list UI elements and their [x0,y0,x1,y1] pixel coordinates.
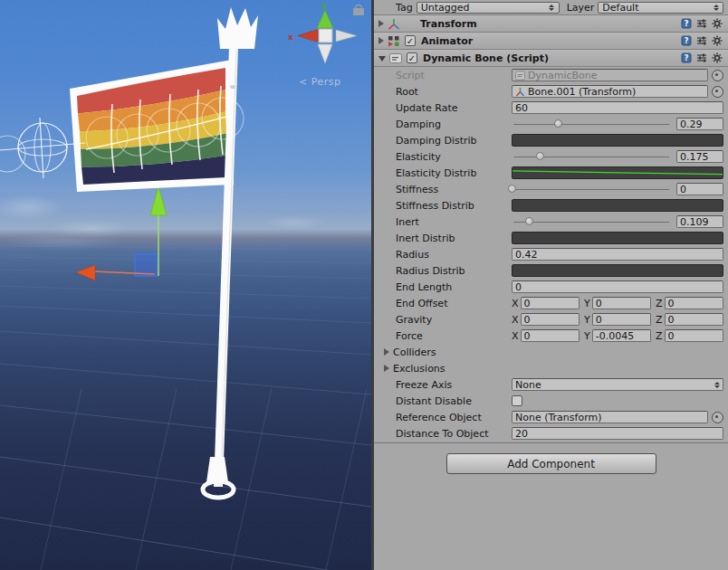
component-enabled-checkbox[interactable]: ✓ [405,35,416,46]
slider-track[interactable] [513,189,669,191]
gravity-z-input[interactable]: 0 [665,313,723,326]
prop-row-colliders[interactable]: Colliders [374,344,728,360]
slider-knob[interactable] [554,119,562,128]
distant-disable-checkbox[interactable] [512,395,522,406]
gizmo-y-label: y [321,1,327,10]
help-icon[interactable]: ? [681,52,692,63]
move-tool-gizmo[interactable] [76,186,167,280]
persp-mode-label[interactable]: < Persp [299,76,340,88]
layer-value: Default [602,2,638,14]
pride-flag[interactable] [70,60,234,192]
slider-track[interactable] [513,222,669,223]
foldout-arrow-icon[interactable] [384,348,389,356]
gizmo-x-cone[interactable] [298,30,318,43]
inert-distrib-curve-field[interactable] [512,232,723,244]
gizmo-y-cone[interactable] [317,10,333,28]
component-header-dynamic-bone[interactable]: ✓ Dynamic Bone (Script) ? [374,50,728,67]
damping-slider[interactable] [512,118,671,130]
force-y-input[interactable]: -0.0045 [592,329,651,342]
prop-label: Reference Object [396,412,512,423]
gizmo-right-cone[interactable] [336,30,357,42]
distance-to-object-input[interactable]: 20 [512,427,723,440]
presets-icon[interactable] [696,35,707,46]
freeze-axis-dropdown[interactable]: None [512,378,723,391]
stiffness-slider[interactable] [512,183,671,195]
help-icon[interactable]: ? [681,35,692,46]
foldout-arrow-icon[interactable] [378,37,384,44]
slider-knob[interactable] [536,152,544,160]
end-length-input[interactable]: 0 [512,280,723,293]
component-header-transform[interactable]: Transform ? [374,15,728,33]
slider-knob[interactable] [508,185,516,193]
prop-row-exclusions[interactable]: Exclusions [374,360,728,376]
slider-track[interactable] [513,124,669,126]
component-enabled-checkbox[interactable]: ✓ [407,52,417,63]
lock-icon[interactable] [353,5,364,15]
prop-label: Elasticity Distrib [396,167,512,179]
tag-dropdown[interactable]: Untagged [417,2,560,14]
force-x-input[interactable]: 0 [521,329,580,342]
scene-view[interactable]: y x < Persp [0,0,371,570]
inspector-panel: Tag Untagged Layer Default Transform ? [374,0,728,570]
component-title: Dynamic Bone (Script) [423,52,549,64]
presets-icon[interactable] [696,52,707,63]
script-object-field[interactable]: DynamicBone [512,69,708,81]
elasticity-input[interactable]: 0.175 [676,150,723,163]
move-tool-y-arrow[interactable] [150,186,167,215]
gravity-y-input[interactable]: 0 [592,313,651,326]
damping-input[interactable]: 0.29 [676,118,723,130]
object-picker-icon[interactable] [712,412,723,423]
object-picker-icon[interactable] [712,70,723,81]
prop-row-distance-to-object: Distance To Object 20 [374,425,728,442]
gear-icon[interactable] [712,18,723,29]
update-rate-input[interactable]: 60 [512,101,723,114]
gravity-x-input[interactable]: 0 [521,313,580,326]
layer-dropdown[interactable]: Default [598,2,723,14]
component-header-animator[interactable]: ✓ Animator ? [374,33,728,50]
prop-row-stiffness: Stiffness 0 [374,181,728,197]
gizmo-down-cone[interactable] [318,44,332,63]
svg-text:?: ? [685,37,689,45]
end-offset-y-input[interactable]: 0 [592,297,651,309]
radius-distrib-curve-field[interactable] [512,264,723,277]
damping-distrib-curve-field[interactable] [512,134,723,147]
foldout-arrow-icon[interactable] [378,56,386,62]
gear-icon[interactable] [712,35,723,46]
dropdown-arrows-icon [549,5,555,11]
radius-value: 0.42 [515,249,538,261]
object-picker-icon[interactable] [712,86,723,98]
prop-row-elasticity: Elasticity 0.175 [374,148,728,165]
add-component-button[interactable]: Add Component [446,453,656,474]
gizmo-center-cube[interactable] [319,29,332,43]
reference-object-field[interactable]: None (Transform) [512,411,708,423]
stiffness-input[interactable]: 0 [676,183,723,195]
foldout-arrow-icon[interactable] [378,20,384,27]
scene-orientation-gizmo[interactable]: y x [288,1,357,63]
elasticity-slider[interactable] [512,150,671,163]
axis-x-label: X [512,314,519,326]
tag-label: Tag [396,2,413,14]
move-tool-xy-plane-handle[interactable] [135,254,158,276]
elasticity-distrib-curve-field[interactable] [512,166,723,179]
stiffness-distrib-curve-field[interactable] [512,199,723,212]
inert-input[interactable]: 0.109 [676,215,723,228]
gear-icon[interactable] [712,52,723,63]
radius-input[interactable]: 0.42 [512,248,723,261]
gravity-z-value: 0 [668,314,675,326]
prop-label: Inert [396,216,512,228]
help-icon[interactable]: ? [681,18,692,29]
foldout-arrow-icon[interactable] [384,365,389,372]
move-tool-x-arrow[interactable] [76,265,95,280]
persp-arrow-icon: < [299,76,308,88]
presets-icon[interactable] [696,18,707,29]
svg-text:?: ? [685,54,689,62]
end-offset-x-input[interactable]: 0 [521,297,580,309]
end-offset-z-input[interactable]: 0 [665,297,723,309]
root-object-field[interactable]: Bone.001 (Transform) [512,85,708,98]
transform-icon [515,87,525,97]
slider-knob[interactable] [525,217,533,225]
inert-slider[interactable] [512,215,671,228]
update-rate-value: 60 [515,102,528,114]
force-z-input[interactable]: 0 [665,329,723,342]
stiffness-value: 0 [680,184,686,195]
